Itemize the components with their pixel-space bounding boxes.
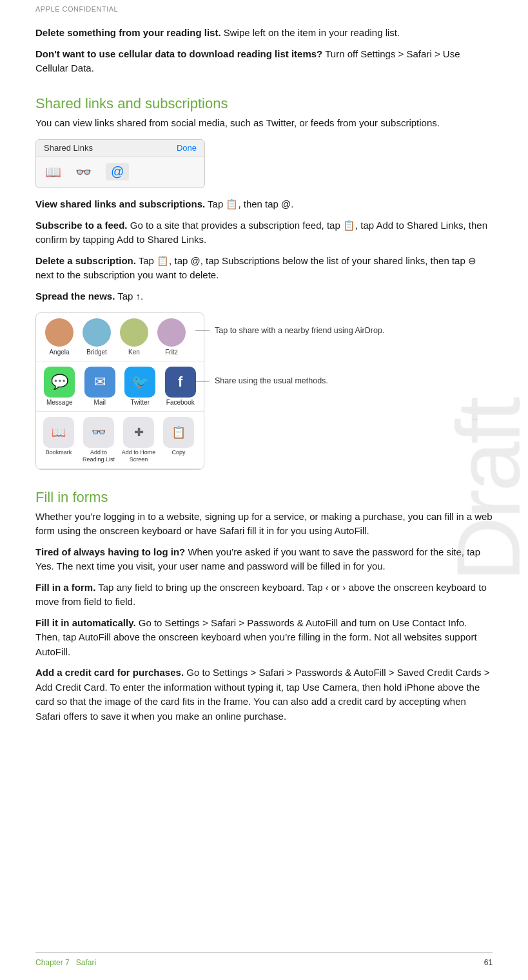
footer-chapter-link: Safari xyxy=(76,958,96,967)
share-app-message-label: Message xyxy=(46,399,73,406)
airdrop-callout: Tap to share with a nearby friend using … xyxy=(215,325,384,337)
bookmark-tab-icon: 📖 xyxy=(45,164,61,180)
avatar-angela-name: Angela xyxy=(49,349,69,356)
fill-forms-intro: Whether you’re logging in to a website, … xyxy=(35,510,493,539)
reading-list-icon: 👓 xyxy=(83,417,114,448)
spread-news-para: Spread the news. Tap ↑. xyxy=(35,289,493,304)
shared-links-bar-done: Done xyxy=(177,143,197,153)
fill-auto-title: Fill it in automatically. xyxy=(35,617,136,628)
avatar-fritz: Fritz xyxy=(155,318,188,356)
view-shared-links-title: View shared links and subscriptions. xyxy=(35,198,205,209)
copy-icon: 📋 xyxy=(163,417,194,448)
action-reading-list: 👓 Add to Reading List xyxy=(80,417,117,463)
shared-links-intro: You can view links shared from social me… xyxy=(35,116,493,131)
avatar-fritz-name: Fritz xyxy=(165,349,177,356)
home-screen-icon: ✚ xyxy=(123,417,154,448)
subscribe-feed-title: Subscribe to a feed. xyxy=(35,220,128,231)
tired-logging-title: Tired of always having to log in? xyxy=(35,546,185,557)
avatar-bridget-name: Bridget xyxy=(86,349,107,356)
reading-list-label: Add to Reading List xyxy=(80,449,117,463)
delete-subscription-para: Delete a subscription. Tap 📋, tap @, tap… xyxy=(35,254,493,283)
bookmark-icon: 📖 xyxy=(43,417,74,448)
delete-subscription-title: Delete a subscription. xyxy=(35,255,136,266)
bottom-actions-row: 📖 Bookmark 👓 Add to Reading List ✚ Add t… xyxy=(36,412,204,469)
delete-reading-list-para: Delete something from your reading list.… xyxy=(35,26,493,41)
view-shared-links-para: View shared links and subscriptions. Tap… xyxy=(35,197,493,212)
fill-forms-title: Fill in forms xyxy=(35,489,493,506)
action-copy: 📋 Copy xyxy=(160,417,197,463)
credit-card-para: Add a credit card for purchases. Go to S… xyxy=(35,666,493,724)
spread-news-title: Spread the news. xyxy=(35,291,115,302)
or-label: or xyxy=(331,582,340,593)
credit-card-title: Add a credit card for purchases. xyxy=(35,667,184,678)
footer-page-number: 61 xyxy=(484,958,493,967)
share-app-message-icon: 💬 xyxy=(44,367,75,398)
delete-reading-list-body: Swipe left on the item in your reading l… xyxy=(224,27,400,38)
shared-links-image: Shared Links Done 📖 👓 @ xyxy=(35,139,205,188)
footer-chapter: Chapter 7 Safari xyxy=(35,958,96,967)
delete-reading-list-title: Delete something from your reading list. xyxy=(35,27,221,38)
cellular-data-para: Don't want to use cellular data to downl… xyxy=(35,47,493,76)
spread-callouts: Tap to share with a nearby friend using … xyxy=(215,312,384,387)
avatar-fritz-circle xyxy=(157,318,186,347)
fill-form-para: Fill in a form. Tap any field to bring u… xyxy=(35,581,493,610)
avatar-bridget: Bridget xyxy=(80,318,113,356)
share-apps-row: 💬 Message ✉ Mail 🐦 Twitte xyxy=(36,361,204,412)
share-app-twitter: 🐦 Twitter xyxy=(123,367,157,406)
fill-forms-section: Fill in forms Whether you’re logging in … xyxy=(35,489,493,724)
ios-share-image-mockup: Angela Bridget Ken Fritz xyxy=(35,312,204,470)
share-app-mail: ✉ Mail xyxy=(83,367,117,406)
avatar-angela-circle xyxy=(45,318,73,347)
avatar-ken-circle xyxy=(120,318,148,347)
copy-label: Copy xyxy=(171,449,185,456)
airdrop-avatars-row: Angela Bridget Ken Fritz xyxy=(36,313,204,361)
avatar-bridget-circle xyxy=(83,318,111,347)
avatar-ken-name: Ken xyxy=(128,349,140,356)
fill-auto-para: Fill it in automatically. Go to Settings… xyxy=(35,616,493,660)
share-app-twitter-label: Twitter xyxy=(131,399,150,406)
shared-links-title: Shared links and subscriptions xyxy=(35,95,493,112)
bookmark-label: Bookmark xyxy=(46,449,72,456)
share-app-mail-icon: ✉ xyxy=(84,367,115,398)
ios-share-sheet-image: Angela Bridget Ken Fritz xyxy=(35,312,204,470)
subscribe-feed-para: Subscribe to a feed. Go to a site that p… xyxy=(35,218,493,247)
reading-list-tab-icon: 👓 xyxy=(75,164,92,180)
fill-form-title: Fill in a form. xyxy=(35,582,95,593)
tired-logging-para: Tired of always having to log in? When y… xyxy=(35,545,493,574)
share-app-message: 💬 Message xyxy=(43,367,77,406)
share-app-mail-label: Mail xyxy=(94,399,106,406)
shared-links-section: Shared links and subscriptions You can v… xyxy=(35,95,493,470)
apple-confidential-label: APPLE CONFIDENTIAL xyxy=(35,0,493,26)
spread-news-section: Angela Bridget Ken Fritz xyxy=(35,312,493,470)
share-app-facebook-icon: f xyxy=(165,367,196,398)
action-home-screen: ✚ Add to Home Screen xyxy=(120,417,157,463)
action-bookmark: 📖 Bookmark xyxy=(40,417,77,463)
shared-links-bar-title: Shared Links xyxy=(44,143,93,153)
shared-links-bar: Shared Links Done xyxy=(36,140,204,157)
footer-chapter-label: Chapter 7 xyxy=(35,958,70,967)
page-footer: Chapter 7 Safari 61 xyxy=(35,952,493,967)
at-tab-icon: @ xyxy=(106,163,129,180)
share-methods-callout: Share using the usual methods. xyxy=(215,376,384,387)
cellular-data-title: Don't want to use cellular data to downl… xyxy=(35,48,322,59)
share-app-facebook: f Facebook xyxy=(164,367,198,406)
avatar-angela: Angela xyxy=(43,318,76,356)
home-screen-label: Add to Home Screen xyxy=(120,449,157,463)
share-app-facebook-label: Facebook xyxy=(166,399,195,406)
share-app-twitter-icon: 🐦 xyxy=(124,367,155,398)
avatar-ken: Ken xyxy=(117,318,151,356)
shared-links-icons-row: 📖 👓 @ xyxy=(36,157,204,187)
